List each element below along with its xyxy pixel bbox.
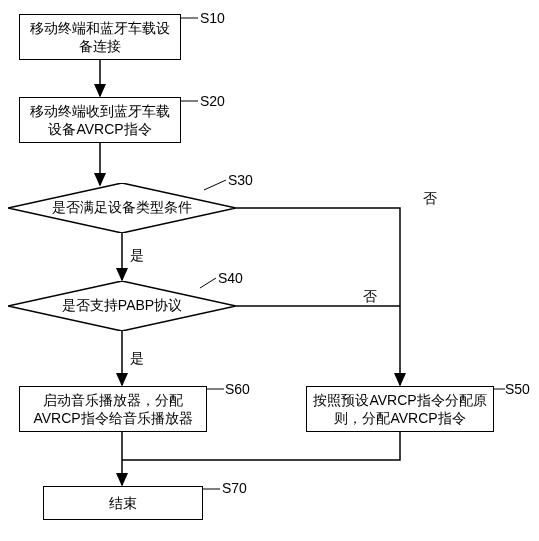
step-s70-id: S70: [222, 480, 247, 496]
step-s60-id: S60: [225, 381, 250, 397]
step-s60-text: 启动音乐播放器，分配AVRCP指令给音乐播放器: [26, 391, 200, 427]
edge-s40-yes: 是: [130, 350, 144, 368]
step-s10: 移动终端和蓝牙车载设备连接: [19, 14, 181, 60]
step-s70-text: 结束: [109, 494, 137, 512]
edge-s30-no: 否: [423, 190, 437, 208]
flowchart: 移动终端和蓝牙车载设备连接 S10 移动终端收到蓝牙车载设备AVRCP指令 S2…: [0, 0, 539, 541]
step-s30-id: S30: [228, 172, 253, 188]
decision-s30: 是否满足设备类型条件: [8, 183, 236, 233]
step-s60: 启动音乐播放器，分配AVRCP指令给音乐播放器: [19, 386, 207, 432]
step-s50: 按照预设AVRCP指令分配原则，分配AVRCP指令: [306, 386, 494, 432]
edge-s30-yes: 是: [130, 247, 144, 265]
connectors: [0, 0, 539, 541]
step-s10-id: S10: [200, 10, 225, 26]
step-s50-text: 按照预设AVRCP指令分配原则，分配AVRCP指令: [313, 391, 487, 427]
decision-s40-text: 是否支持PABP协议: [62, 297, 182, 315]
step-s20-id: S20: [200, 93, 225, 109]
decision-s30-text: 是否满足设备类型条件: [52, 199, 192, 217]
step-s40-id: S40: [218, 270, 243, 286]
decision-s40: 是否支持PABP协议: [8, 281, 236, 331]
step-s20-text: 移动终端收到蓝牙车载设备AVRCP指令: [26, 102, 174, 138]
step-s20: 移动终端收到蓝牙车载设备AVRCP指令: [19, 97, 181, 143]
step-s50-id: S50: [505, 381, 530, 397]
step-s70: 结束: [43, 486, 203, 520]
edge-s40-no: 否: [363, 288, 377, 306]
step-s10-text: 移动终端和蓝牙车载设备连接: [26, 19, 174, 55]
